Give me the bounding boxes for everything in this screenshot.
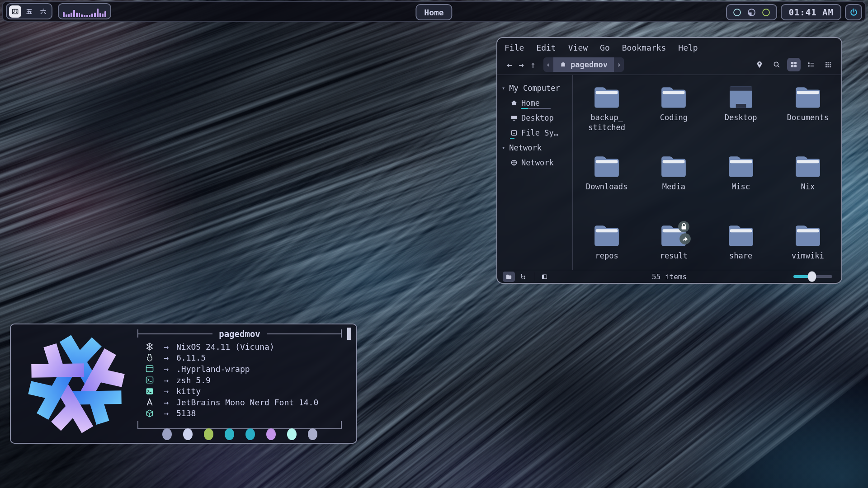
clock-label: 01:41 AM	[788, 7, 834, 17]
power-button[interactable]	[845, 4, 862, 20]
workspace-button-1[interactable]	[9, 5, 21, 18]
folder-label: result	[660, 251, 688, 261]
fetch-row-wm: →.Hyprland-wrapp	[143, 363, 342, 375]
palette-dot	[183, 428, 193, 440]
recorder-indicator-icon[interactable]	[761, 8, 771, 17]
visualizer-bar	[86, 15, 88, 17]
arrow-icon: →	[156, 353, 176, 362]
fetch-row-packages: →5138	[143, 408, 342, 419]
fetch-row-kernel: →6.11.5	[143, 352, 342, 364]
workspace-switcher	[6, 3, 52, 19]
menu-help[interactable]: Help	[678, 43, 698, 52]
workspace-button-3[interactable]	[37, 5, 49, 18]
audio-visualizer	[58, 3, 111, 19]
path-next-button[interactable]: ›	[614, 57, 624, 72]
menu-bookmarks[interactable]: Bookmarks	[622, 43, 666, 52]
folder-item[interactable]: Coding	[640, 78, 707, 147]
workspace-button-2[interactable]	[23, 5, 35, 18]
arrow-icon: →	[156, 342, 176, 352]
visualizer-bar	[71, 13, 72, 17]
sidebar-item-network[interactable]: Network	[497, 155, 572, 170]
folder-item[interactable]: Documents	[774, 78, 841, 147]
path-prev-button[interactable]: ‹	[543, 57, 553, 72]
fetch-value: zsh 5.9	[176, 375, 211, 385]
folder-icon	[727, 224, 755, 247]
folder-item[interactable]: backup_​stitched	[573, 78, 640, 147]
active-window-title: Home	[415, 4, 452, 20]
window-title-label: Home	[424, 8, 443, 17]
palette-dot	[204, 428, 213, 440]
icon-view-button[interactable]	[787, 58, 801, 71]
visualizer-bar	[79, 13, 80, 17]
idle-indicator-icon[interactable]	[732, 8, 742, 17]
visualizer-bar	[102, 14, 104, 17]
slider-handle[interactable]	[808, 272, 816, 282]
grid-dots-icon	[824, 61, 832, 69]
visualizer-bar	[89, 15, 91, 17]
folder-label: Downloads	[586, 182, 627, 192]
visualizer-bar	[76, 13, 78, 17]
fetch-terminal: pagedmov →NixOS 24.11 (Vicuna)→6.11.5→.H…	[10, 324, 357, 444]
top-bar-right: 01:41 AM	[726, 4, 862, 20]
globe-icon	[510, 159, 518, 166]
folder-item[interactable]: Downloads	[573, 147, 640, 216]
menu-go[interactable]: Go	[600, 43, 610, 52]
sidebar-section-my-computer[interactable]: ▾My Computer	[497, 80, 572, 95]
palette-dot	[162, 428, 172, 440]
items-count: 55 items	[497, 272, 841, 281]
up-button[interactable]: ↑	[527, 60, 539, 70]
list-view-button[interactable]	[804, 58, 818, 71]
back-button[interactable]: ←	[504, 60, 515, 70]
home-icon	[510, 99, 518, 107]
sidebar-item-home[interactable]: Home	[497, 95, 572, 110]
folder-item[interactable]: Desktop	[708, 78, 774, 147]
zoom-slider[interactable]	[793, 275, 832, 278]
sidebar-item-desktop[interactable]: Desktop	[497, 110, 572, 125]
menu-view[interactable]: View	[568, 43, 588, 52]
grid-icon	[790, 61, 798, 69]
fetch-hostname: pagedmov	[212, 329, 267, 339]
palette-dot	[225, 428, 234, 440]
visualizer-bar	[84, 15, 85, 17]
palette-dot	[287, 428, 297, 440]
menu-edit[interactable]: Edit	[536, 43, 556, 52]
folder-item[interactable]: Misc	[708, 147, 774, 216]
power-icon	[849, 8, 859, 17]
arrow-icon: →	[156, 364, 176, 374]
nixos-logo	[22, 330, 131, 438]
compact-view-button[interactable]	[821, 58, 835, 71]
folder-icon	[593, 155, 620, 178]
forward-button[interactable]: →	[515, 60, 527, 70]
arrow-icon: →	[156, 375, 176, 385]
path-bar: ‹ pagedmov ›	[543, 57, 624, 72]
pin-icon	[755, 61, 764, 69]
fetch-row-terminal: →kitty	[143, 385, 342, 397]
sidebar-section-network[interactable]: ▾Network	[497, 140, 572, 155]
theme-toggle-icon[interactable]	[747, 8, 756, 17]
search-button[interactable]	[770, 58, 783, 71]
folder-icon	[794, 86, 821, 108]
visualizer-bar	[94, 13, 96, 17]
folder-label: share	[729, 251, 752, 261]
folder-label: repos	[595, 251, 618, 261]
sidebar-item-filesy[interactable]: File Sy…	[497, 125, 572, 140]
folder-label: Documents	[787, 113, 829, 122]
menu-file[interactable]: File	[505, 43, 524, 52]
terminal-palette	[137, 428, 342, 440]
folder-icon	[660, 86, 687, 108]
visualizer-bar	[99, 13, 101, 17]
folder-item[interactable]: Nix	[774, 147, 841, 216]
search-icon	[773, 61, 781, 69]
folder-label: backup_​stitched	[577, 113, 636, 132]
location-button[interactable]	[753, 58, 766, 71]
symlink-emblem-icon	[679, 233, 691, 245]
list-icon	[807, 61, 815, 69]
file-manager-window: FileEditViewGoBookmarksHelp ← → ↑ ‹ page…	[496, 37, 842, 284]
breadcrumb-current[interactable]: pagedmov	[553, 57, 614, 72]
fetch-value: NixOS 24.11 (Vicuna)	[176, 342, 274, 352]
fetch-value: 6.11.5	[176, 353, 206, 362]
home-icon	[560, 61, 566, 68]
folder-item[interactable]: Media	[640, 147, 707, 216]
desktop-icon	[510, 114, 518, 122]
visualizer-bar	[97, 9, 99, 17]
